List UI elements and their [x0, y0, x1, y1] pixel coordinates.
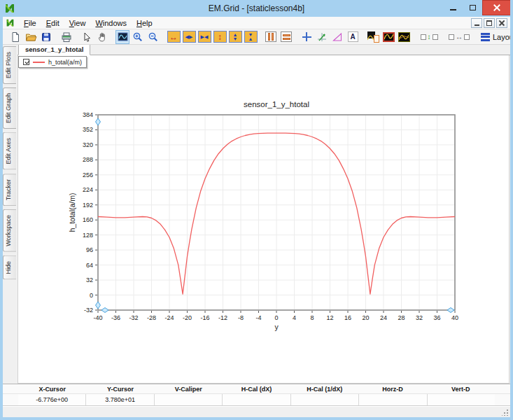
- crosshair-tool-button[interactable]: [300, 30, 314, 44]
- chart-title: sensor_1_y_htotal: [244, 100, 309, 108]
- expand-x-button[interactable]: ↔: [167, 30, 181, 44]
- y-tick-label: 288: [83, 156, 93, 163]
- col-horz-d: Horz-D: [358, 384, 426, 393]
- col-x-cursor: X-Cursor: [18, 384, 86, 393]
- y-tick-label: 64: [86, 262, 93, 269]
- handle-y-bottom[interactable]: [96, 302, 101, 309]
- x-tick-label: -36: [111, 314, 120, 321]
- graph-red-frame-icon: [383, 32, 395, 42]
- layout-dropdown[interactable]: Layout: [477, 31, 513, 43]
- zoom-in-icon: [132, 31, 143, 43]
- save-floppy-icon: [41, 31, 52, 43]
- value-v-caliper: [154, 394, 222, 406]
- mdi-close-icon: [499, 20, 505, 26]
- maximize-icon: [470, 5, 476, 10]
- horizontal-caliper-icon: [281, 31, 292, 42]
- sidebar-tab-tracker[interactable]: Tracker: [3, 174, 16, 206]
- menu-file[interactable]: File: [19, 18, 41, 28]
- distribute-vertical-button[interactable]: ↕: [417, 30, 441, 44]
- expand-y-icon: ↕: [213, 31, 227, 43]
- graph-frame-button[interactable]: [381, 30, 395, 44]
- chart[interactable]: -40-36-32-28-24-20-16-12-8-4048121620242…: [66, 97, 476, 338]
- shrink-h-button[interactable]: ▶◀: [197, 30, 211, 44]
- app-menu-icon: [6, 18, 15, 27]
- open-folder-icon: [25, 31, 37, 43]
- handle-x-right[interactable]: [447, 308, 454, 313]
- x-tick-label: 32: [416, 314, 423, 321]
- sidebar-tab-workspace[interactable]: Workspace: [3, 209, 16, 252]
- menu-edit[interactable]: Edit: [41, 18, 64, 28]
- menu-help[interactable]: Help: [132, 18, 157, 28]
- y-tick-label: 0: [90, 292, 93, 299]
- status-table-header: X-Cursor Y-Cursor V-Caliper H-Cal (dX) H…: [3, 384, 510, 393]
- legend-line-sample: [33, 62, 45, 63]
- print-button[interactable]: [59, 30, 73, 44]
- select-tool-button[interactable]: [80, 30, 94, 44]
- mdi-minimize-button[interactable]: [471, 18, 482, 28]
- open-file-button[interactable]: [24, 30, 38, 44]
- handle-y-top[interactable]: [96, 118, 101, 125]
- maximize-button[interactable]: [463, 0, 482, 15]
- y-tick-label: 256: [83, 172, 93, 178]
- horizontal-caliper-button[interactable]: [279, 30, 293, 44]
- x-tick-label: -20: [183, 314, 192, 321]
- x-tick-label: 36: [433, 314, 440, 321]
- zoom-in-button[interactable]: [131, 30, 145, 44]
- mdi-close-button[interactable]: [496, 18, 507, 28]
- y-tick-label: 160: [83, 216, 93, 223]
- graph-dark-icon: [398, 32, 410, 42]
- save-button[interactable]: [39, 30, 53, 44]
- slope-triangle-button[interactable]: [330, 30, 344, 44]
- sidebar-tab-hide[interactable]: Hide: [3, 255, 16, 280]
- x-tick-label: 4: [293, 314, 296, 321]
- value-vert-d: [427, 394, 495, 406]
- status-table-values: -6.776e+00 3.780e+01: [3, 393, 510, 406]
- legend-checkbox[interactable]: [23, 59, 29, 65]
- menu-view[interactable]: View: [64, 18, 91, 28]
- handle-x-left[interactable]: [101, 308, 108, 313]
- close-icon: [493, 4, 500, 11]
- text-annotation-button[interactable]: A: [346, 30, 360, 44]
- distribute-horizontal-button[interactable]: ↔: [447, 30, 471, 44]
- x-tick-label: 0: [274, 314, 278, 321]
- menu-windows[interactable]: Windows: [90, 18, 132, 28]
- sidebar-tab-edit-plots[interactable]: Edit Plots: [3, 46, 16, 84]
- copy-graph-button[interactable]: [366, 30, 380, 44]
- cursor-arrow-icon: [81, 31, 92, 43]
- layout-label: Layout: [493, 33, 513, 41]
- stretch-v-button[interactable]: ▲▼: [228, 30, 242, 44]
- sidebar-tab-edit-axes[interactable]: Edit Axes: [3, 132, 16, 170]
- mdi-restore-button[interactable]: [484, 18, 495, 28]
- x-tick-label: -16: [200, 314, 209, 321]
- app-window: EM.Grid - [staticlesson4b] File Edit Vie…: [0, 0, 513, 420]
- axes-tool-button[interactable]: [315, 30, 329, 44]
- new-file-button[interactable]: [8, 30, 22, 44]
- y-tick-label: 192: [83, 202, 93, 209]
- x-tick-label: -40: [93, 314, 102, 321]
- x-tick-label: -28: [147, 314, 156, 321]
- value-h-cal-1dx: [290, 394, 358, 406]
- pan-tool-button[interactable]: [95, 30, 109, 44]
- minimize-icon: [450, 9, 456, 10]
- crosshair-icon: [302, 32, 311, 41]
- expand-y-button[interactable]: ↕: [213, 30, 227, 44]
- sidebar-tab-edit-graph[interactable]: Edit Graph: [3, 88, 16, 129]
- close-button[interactable]: [482, 0, 512, 15]
- vertical-caliper-icon: [265, 31, 276, 42]
- resize-grip-icon[interactable]: [502, 409, 509, 416]
- col-h-cal-1dx: H-Cal (1/dX): [290, 384, 358, 393]
- legend-label: h_total(a/m): [48, 59, 82, 66]
- zoom-out-button[interactable]: [146, 30, 160, 44]
- menu-bar: File Edit View Windows Help: [3, 17, 510, 29]
- y-tick-label: 224: [83, 186, 93, 193]
- zoom-region-button[interactable]: [115, 30, 129, 44]
- minimize-button[interactable]: [443, 0, 463, 15]
- stretch-h-icon: ◀▶: [183, 31, 196, 43]
- tab-sensor-1-y-htotal[interactable]: sensor_1_y_htotal: [18, 43, 90, 55]
- title-bar[interactable]: EM.Grid - [staticlesson4b]: [0, 0, 513, 17]
- shrink-v-button[interactable]: ▼▲: [244, 30, 258, 44]
- value-h-cal-dx: [222, 394, 290, 406]
- graph-style-button[interactable]: [397, 30, 411, 44]
- stretch-h-button[interactable]: ◀▶: [182, 30, 196, 44]
- vertical-caliper-button[interactable]: [264, 30, 278, 44]
